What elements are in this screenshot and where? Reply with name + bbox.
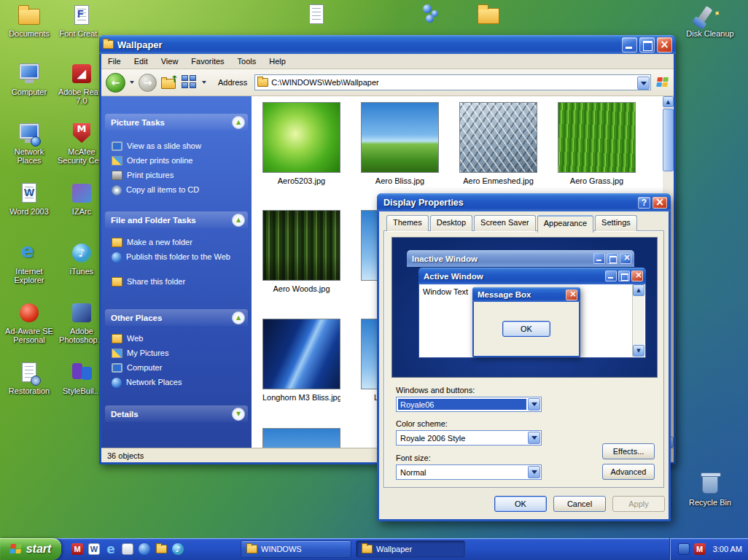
tray-icon-1[interactable] (678, 543, 690, 555)
file-thumbnail-clipped[interactable] (262, 428, 340, 448)
close-button[interactable] (657, 37, 672, 52)
desktop-icon-font-creator[interactable]: F Font Creat... (55, 4, 108, 38)
desktop-icon-restoration[interactable]: Restoration (3, 361, 55, 395)
menu-item-tools[interactable]: Tools (231, 55, 263, 68)
task-view-slideshow[interactable]: View as a slide show (112, 141, 247, 151)
address-combobox[interactable]: C:\WINDOWS\Web\Wallpaper (254, 74, 651, 90)
quick-launch-icon-5[interactable] (137, 542, 152, 556)
task-order-prints[interactable]: Order prints online (112, 156, 247, 166)
window-titlebar[interactable]: Wallpaper (99, 35, 676, 54)
windows-buttons-combobox[interactable]: Royale06 (396, 397, 542, 412)
file-thumbnail-aero-grass[interactable]: Aero Grass.jpg (558, 102, 636, 185)
folder-icon (246, 545, 257, 553)
task-print-pictures[interactable]: Print pictures (112, 171, 247, 180)
desktop[interactable]: Documents F Font Creat... Disk Cleanup C… (0, 0, 748, 560)
effects-button[interactable]: Effects... (602, 443, 655, 459)
file-thumbnail-longhorn-m3-bliss[interactable]: Longhorn M3 Bliss.jpg (262, 319, 340, 402)
task-button-wallpaper[interactable]: Wallpaper (356, 540, 465, 558)
tab-desktop[interactable]: Desktop (430, 215, 472, 231)
desktop-icon-word-2003[interactable]: W Word 2003 (3, 182, 55, 216)
start-button[interactable]: start (0, 538, 61, 560)
menu-item-edit[interactable]: Edit (128, 55, 155, 68)
quick-launch-icon-7[interactable]: ♪ (171, 542, 185, 556)
display-properties-dialog: Display Properties Themes Desktop Screen… (377, 193, 671, 521)
desktop-icon-unknown-2[interactable] (405, 3, 458, 26)
place-computer[interactable]: Computer (112, 363, 247, 373)
place-web[interactable]: Web (112, 334, 247, 343)
back-button[interactable]: ← (106, 73, 125, 93)
views-dropdown-icon[interactable] (202, 81, 206, 84)
desktop-icon-documents[interactable]: Documents (3, 4, 55, 38)
tray-icon-2[interactable]: M (694, 543, 706, 555)
task-make-new-folder[interactable]: Make a new folder (112, 238, 247, 247)
file-thumbnail-aero5203[interactable]: Aero5203.jpg (262, 102, 340, 185)
windows-flag-icon (9, 544, 23, 555)
status-text: 36 objects (107, 451, 144, 460)
dropdown-button[interactable] (528, 466, 540, 478)
views-button[interactable] (182, 75, 198, 90)
tab-settings[interactable]: Settings (595, 215, 637, 231)
task-copy-to-cd[interactable]: Copy all items to CD (112, 185, 247, 195)
desktop-icon-internet-explorer[interactable]: e Internet Explorer (3, 241, 55, 284)
collapse-chevron-icon[interactable]: ▲ (232, 311, 245, 324)
publish-web-icon (112, 252, 122, 262)
desktop-icon-network-places[interactable]: Network Places (3, 122, 55, 165)
apply-button[interactable]: Apply (612, 496, 665, 512)
ok-button[interactable]: OK (494, 496, 547, 512)
picture-tasks-header[interactable]: Picture Tasks▲ (105, 114, 248, 131)
quick-launch-icon-4[interactable] (120, 542, 135, 556)
details-header[interactable]: Details▼ (105, 405, 248, 422)
font-size-combobox[interactable]: Normal (396, 464, 542, 480)
desktop-icon-adaware[interactable]: Ad-Aware SE Personal (3, 301, 55, 344)
file-folder-tasks-header[interactable]: File and Folder Tasks▲ (105, 211, 248, 228)
quick-launch-icon-3[interactable]: e (104, 542, 118, 556)
close-icon (620, 253, 631, 264)
scrollbar-thumb[interactable] (663, 109, 674, 171)
advanced-button[interactable]: Advanced (602, 464, 655, 480)
cancel-button[interactable]: Cancel (553, 496, 606, 512)
file-thumbnail-aero-bliss[interactable]: Aero Bliss.jpg (361, 102, 439, 185)
dialog-close-button[interactable] (652, 197, 667, 209)
quick-launch-icon-2[interactable]: W (87, 542, 101, 556)
dropdown-button[interactable] (528, 398, 540, 411)
expand-chevron-icon[interactable]: ▼ (232, 408, 245, 421)
menu-item-favorites[interactable]: Favorites (184, 55, 230, 68)
maximize-button[interactable] (639, 37, 655, 52)
desktop-icon-recycle-bin[interactable]: Recycle Bin (684, 472, 736, 507)
menu-item-file[interactable]: File (101, 55, 128, 68)
tab-themes[interactable]: Themes (386, 215, 429, 231)
desktop-icon-computer[interactable]: Computer (3, 62, 55, 96)
collapse-chevron-icon[interactable]: ▲ (232, 214, 245, 227)
collapse-chevron-icon[interactable]: ▲ (232, 116, 245, 129)
taskbar-clock[interactable]: 3:00 AM (713, 545, 742, 553)
address-value: C:\WINDOWS\Web\Wallpaper (268, 78, 637, 87)
help-button[interactable] (638, 197, 650, 209)
color-scheme-combobox[interactable]: Royale 2006 Style (396, 430, 542, 446)
tab-screen-saver[interactable]: Screen Saver (474, 215, 536, 231)
task-share-folder[interactable]: Share this folder (112, 277, 247, 287)
place-network-places[interactable]: Network Places (112, 378, 247, 388)
back-dropdown-icon[interactable] (130, 81, 134, 84)
scroll-up-button[interactable]: ▲ (663, 96, 674, 107)
tab-appearance[interactable]: Appearance (537, 215, 593, 233)
address-dropdown-button[interactable] (637, 77, 650, 90)
minimize-button[interactable] (622, 37, 637, 52)
dialog-titlebar[interactable]: Display Properties (377, 193, 671, 211)
quick-launch-icon-6[interactable] (154, 542, 168, 556)
menu-item-help[interactable]: Help (262, 55, 292, 68)
file-thumbnail-aero-woods[interactable]: Aero Woods.jpg (262, 210, 340, 293)
menu-item-view[interactable]: View (155, 55, 185, 68)
quick-launch-icon-1[interactable]: M (70, 542, 85, 556)
task-button-windows[interactable]: WINDOWS (241, 540, 351, 558)
other-places-header[interactable]: Other Places▲ (105, 309, 248, 326)
file-thumbnail-aero-enmeshed[interactable]: Aero Enmeshed.jpg (459, 102, 537, 185)
up-button[interactable]: ↑ (160, 74, 179, 91)
desktop-icon-unknown-3[interactable] (462, 3, 515, 26)
forward-button[interactable]: → (139, 74, 157, 92)
place-my-pictures[interactable]: My Pictures (112, 349, 247, 358)
dropdown-button[interactable] (528, 432, 540, 444)
desktop-icon-disk-cleanup[interactable]: Disk Cleanup (684, 4, 736, 38)
task-publish-to-web[interactable]: Publish this folder to the Web (112, 252, 247, 262)
tab-strip: Themes Desktop Screen Saver Appearance S… (386, 215, 637, 231)
desktop-icon-unknown-1[interactable] (290, 3, 343, 26)
